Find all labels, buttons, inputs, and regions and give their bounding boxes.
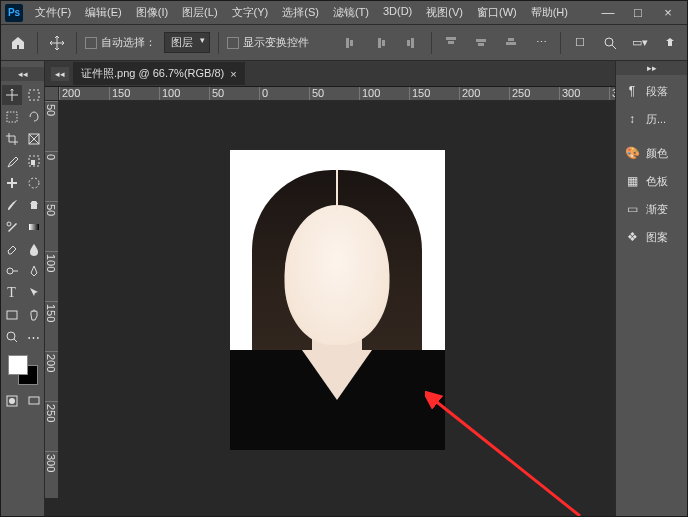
- blur-tool[interactable]: [24, 239, 44, 259]
- menu-image[interactable]: 图像(I): [130, 2, 174, 23]
- menu-type[interactable]: 文字(Y): [226, 2, 275, 23]
- type-tool[interactable]: T: [2, 283, 22, 303]
- separator: [431, 32, 432, 54]
- svg-rect-7: [448, 41, 454, 44]
- canvas[interactable]: [59, 101, 615, 498]
- align-right-icon[interactable]: [401, 32, 423, 54]
- color-swatches[interactable]: [8, 355, 38, 385]
- svg-line-30: [14, 339, 17, 342]
- svg-rect-28: [7, 311, 17, 319]
- move-tool[interactable]: [2, 85, 22, 105]
- lasso-tool[interactable]: [24, 107, 44, 127]
- auto-select-checkbox[interactable]: 自动选择：: [85, 35, 156, 50]
- hand-tool[interactable]: [24, 305, 44, 325]
- svg-point-29: [7, 332, 15, 340]
- panel-swatches[interactable]: ▦色板: [616, 167, 687, 195]
- ruler-vertical: 50050100150200250300350400: [45, 101, 59, 498]
- workspace-icon[interactable]: ▭▾: [629, 32, 651, 54]
- eraser-tool[interactable]: [2, 239, 22, 259]
- edit-toolbar[interactable]: ⋯: [24, 327, 44, 347]
- svg-rect-14: [29, 90, 39, 100]
- quick-mask-tool[interactable]: [2, 391, 22, 411]
- maximize-button[interactable]: □: [623, 3, 653, 23]
- object-select-tool[interactable]: [24, 151, 44, 171]
- move-tool-icon[interactable]: [46, 32, 68, 54]
- svg-rect-20: [31, 160, 35, 165]
- svg-point-12: [605, 38, 613, 46]
- svg-rect-33: [29, 397, 39, 404]
- eyedropper-tool[interactable]: [2, 151, 22, 171]
- share-icon[interactable]: [659, 32, 681, 54]
- healing-tool[interactable]: [2, 173, 22, 193]
- auto-select-dropdown[interactable]: 图层: [164, 32, 210, 53]
- menu-3d[interactable]: 3D(D): [377, 2, 418, 23]
- quick-select-tool[interactable]: [24, 173, 44, 193]
- tab-title: 证件照.png @ 66.7%(RGB/8): [81, 66, 224, 81]
- document-area: ◂◂ 证件照.png @ 66.7%(RGB/8) × 200150100500…: [45, 61, 615, 516]
- collapse-toolbar[interactable]: ◂◂: [1, 67, 44, 81]
- panel-pattern[interactable]: ❖图案: [616, 223, 687, 251]
- svg-rect-0: [346, 38, 349, 48]
- pen-tool[interactable]: [24, 261, 44, 281]
- clone-tool[interactable]: [24, 195, 44, 215]
- brush-tool[interactable]: [2, 195, 22, 215]
- align-bottom-icon[interactable]: [500, 32, 522, 54]
- show-transform-checkbox[interactable]: 显示变换控件: [227, 35, 309, 50]
- more-icon[interactable]: ⋯: [530, 32, 552, 54]
- rectangle-tool[interactable]: [2, 305, 22, 325]
- search-icon[interactable]: [599, 32, 621, 54]
- marquee-tool[interactable]: [2, 107, 22, 127]
- minimize-button[interactable]: —: [593, 3, 623, 23]
- zoom-tool[interactable]: [2, 327, 22, 347]
- panel-paragraph[interactable]: ¶段落: [616, 77, 687, 105]
- separator: [560, 32, 561, 54]
- menu-help[interactable]: 帮助(H): [525, 2, 574, 23]
- align-center-h-icon[interactable]: [371, 32, 393, 54]
- close-button[interactable]: ×: [653, 3, 683, 23]
- 3d-mode-icon[interactable]: ☐: [569, 32, 591, 54]
- history-brush-tool[interactable]: [2, 217, 22, 237]
- screen-mode-tool[interactable]: [24, 391, 44, 411]
- collapse-left[interactable]: ◂◂: [51, 67, 69, 81]
- foreground-color[interactable]: [8, 355, 28, 375]
- menu-filter[interactable]: 滤镜(T): [327, 2, 375, 23]
- menu-view[interactable]: 视图(V): [420, 2, 469, 23]
- svg-rect-9: [478, 43, 484, 46]
- home-icon[interactable]: [7, 32, 29, 54]
- right-panel: ▸▸ ¶段落 ↕历... 🎨颜色 ▦色板 ▭渐变 ❖图案: [615, 61, 687, 516]
- separator: [76, 32, 77, 54]
- svg-rect-10: [506, 42, 516, 45]
- svg-line-13: [612, 45, 616, 49]
- panel-color[interactable]: 🎨颜色: [616, 139, 687, 167]
- artboard-tool[interactable]: [24, 85, 44, 105]
- svg-point-24: [7, 222, 11, 226]
- align-center-v-icon[interactable]: [470, 32, 492, 54]
- svg-rect-8: [476, 39, 486, 42]
- gradient-tool[interactable]: [24, 217, 44, 237]
- svg-rect-15: [7, 112, 17, 122]
- menu-file[interactable]: 文件(F): [29, 2, 77, 23]
- window-controls: — □ ×: [593, 3, 683, 23]
- toolbar: ◂◂ T: [1, 61, 45, 516]
- frame-tool[interactable]: [24, 129, 44, 149]
- document-tab[interactable]: 证件照.png @ 66.7%(RGB/8) ×: [73, 62, 245, 85]
- crop-tool[interactable]: [2, 129, 22, 149]
- menu-select[interactable]: 选择(S): [276, 2, 325, 23]
- menu-edit[interactable]: 编辑(E): [79, 2, 128, 23]
- tab-close-icon[interactable]: ×: [230, 68, 236, 80]
- path-select-tool[interactable]: [24, 283, 44, 303]
- svg-rect-4: [411, 38, 414, 48]
- align-top-icon[interactable]: [440, 32, 462, 54]
- menu-layer[interactable]: 图层(L): [176, 2, 223, 23]
- dodge-tool[interactable]: [2, 261, 22, 281]
- panel-history[interactable]: ↕历...: [616, 105, 687, 133]
- ruler-corner: [45, 87, 59, 101]
- svg-line-34: [433, 399, 580, 516]
- collapse-right[interactable]: ▸▸: [616, 61, 687, 75]
- menu-window[interactable]: 窗口(W): [471, 2, 523, 23]
- svg-rect-11: [508, 38, 514, 41]
- panel-gradient[interactable]: ▭渐变: [616, 195, 687, 223]
- align-left-icon[interactable]: [341, 32, 363, 54]
- ruler-horizontal: 2001501005005010015020025030035040045050…: [59, 87, 615, 101]
- svg-point-32: [9, 398, 15, 404]
